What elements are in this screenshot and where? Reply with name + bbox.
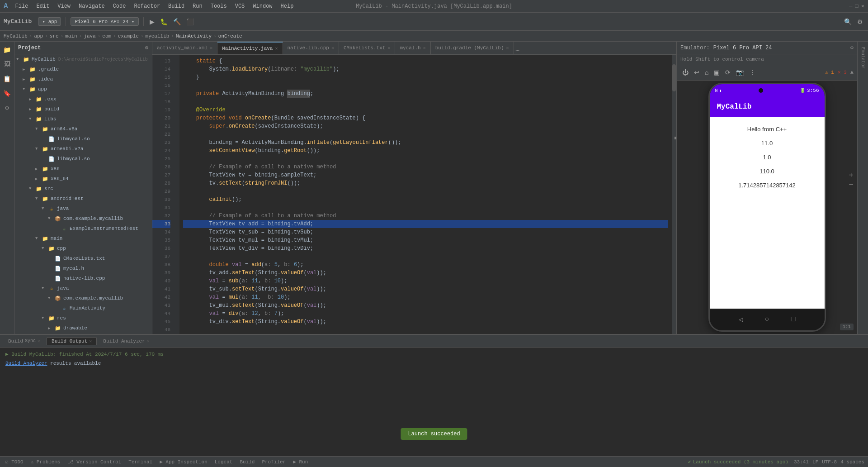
code-content[interactable]: static { System.loadLibrary(libname: "my… [179,55,672,334]
tab-build-gradle-close[interactable]: ✕ [506,45,509,51]
tree-cmakelists[interactable]: 📄 CMakeLists.txt [14,253,152,263]
build-output-tab-close[interactable]: ✕ [89,338,92,344]
build-analyzer-tab-close[interactable]: ✕ [147,338,150,344]
tab-activity-xml[interactable]: activity_main.xml ✕ [152,42,217,54]
build-analyzer-tab[interactable]: Build Analyzer ✕ [99,338,154,345]
tab-build-gradle[interactable]: build.gradle (MyCalLib) ✕ [431,42,514,54]
tree-main-folder[interactable]: ▼ 📁 main [14,234,152,243]
phone-overview-nav-icon[interactable]: □ [789,315,798,324]
version-control-tab-btn[interactable]: ⎇ Version Control [66,458,123,465]
tree-src[interactable]: ▼ 📁 src [14,184,152,194]
resource-manager-icon[interactable]: 🖼 [1,58,14,71]
app-inspection-tab-btn[interactable]: ▶ App Inspection [158,458,209,465]
editor-vscroll-thumb[interactable] [672,64,676,91]
breadcrumb-src[interactable]: src [50,33,59,39]
tree-x86_64[interactable]: ▶ 📁 x86_64 [14,174,152,184]
menu-code[interactable]: Code [111,2,128,10]
tree-res[interactable]: ▼ 📁 res [14,313,152,323]
logcat-tab-btn[interactable]: Logcat [213,459,235,465]
window-controls[interactable]: ─ □ ✕ [849,3,864,10]
tree-native-lib-cpp[interactable]: 📄 native-lib.cpp [14,273,152,283]
tree-cxx[interactable]: ▶ 📁 .cxx [14,94,152,104]
tree-libmycal-arm64[interactable]: 📄 libmycal.so [14,134,152,144]
emulator-power-btn[interactable]: ⏻ [680,68,690,77]
zoom-in-button[interactable]: + [849,171,854,180]
menu-window[interactable]: Window [251,2,274,10]
breadcrumb-mycallib[interactable]: MyCalLib [4,33,28,39]
menu-view[interactable]: View [56,2,72,10]
build-tab-status-btn[interactable]: Build [238,459,256,465]
more-tabs-icon[interactable]: ⋯ [516,47,519,54]
menu-navigate[interactable]: Navigate [77,2,107,10]
project-view-icon[interactable]: 📁 [1,43,14,56]
profiler-tab-btn[interactable]: Profiler [260,459,288,465]
tree-app[interactable]: ▼ 📁 app [14,84,152,94]
menu-run[interactable]: Run [191,2,204,10]
close-button[interactable]: ✕ [861,3,864,10]
tree-build-folder[interactable]: ▶ 📁 build [14,104,152,114]
tab-mainactivity-java-close[interactable]: ✕ [275,46,278,51]
problems-tab-btn[interactable]: ⚠ Problems [29,458,62,465]
tree-x86[interactable]: ▶ 📁 x86 [14,164,152,174]
search-icon-button[interactable]: 🔍 [843,17,853,27]
run-tab-btn[interactable]: ▶ Run [291,458,310,465]
tree-java-at[interactable]: ▼ ☕ java [14,204,152,214]
build-variants-icon[interactable]: ⚙ [1,101,14,114]
emulator-overview-btn[interactable]: ▣ [712,68,722,77]
build-analyzer-link[interactable]: Build Analyzer [5,361,47,366]
breadcrumb-app[interactable]: app [34,33,43,39]
tab-cmakelists[interactable]: CMakeLists.txt ✕ [339,42,395,54]
bookmarks-icon[interactable]: 🔖 [1,87,14,100]
zoom-out-button[interactable]: − [849,180,854,189]
menu-build[interactable]: Build [166,2,186,10]
stop-button[interactable]: ⬛ [185,17,195,27]
run-config-selector[interactable]: ▾ app [38,17,61,26]
menu-bar[interactable]: File Edit View Navigate Code Refactor Bu… [14,2,296,10]
tree-com-at[interactable]: ▼ 📦 com.example.mycallib [14,214,152,224]
run-button[interactable]: ▶ [148,17,156,27]
breadcrumb-mycallib2[interactable]: mycallib [146,33,170,39]
tree-androidtest[interactable]: ▼ 📁 androidTest [14,194,152,204]
phone-home-nav-icon[interactable]: ○ [763,315,772,324]
emulator-settings-icon[interactable]: ⚙ [850,44,854,51]
tab-mycal-h-close[interactable]: ✕ [423,45,426,51]
menu-tools[interactable]: Tools [209,2,229,10]
maximize-button[interactable]: □ [855,3,859,10]
tree-java-main[interactable]: ▼ ☕ java [14,283,152,293]
tree-idea[interactable]: ▶ 📁 .idea [14,74,152,84]
tab-native-lib-cpp-close[interactable]: ✕ [331,45,334,51]
emulator-home-btn[interactable]: ⌂ [703,68,710,77]
build-button[interactable]: 🔨 [172,17,182,27]
tree-mainactivity-file[interactable]: ☕ MainActivity [14,303,152,313]
tree-armeabi[interactable]: ▼ 📁 armeabi-v7a [14,144,152,154]
emulator-back-btn[interactable]: ↩ [692,68,701,77]
breadcrumb-example[interactable]: example [118,33,139,39]
todo-tab-btn[interactable]: ☑ TODO [4,458,25,465]
tree-libmycal-armeabi[interactable]: 📄 libmycal.so [14,154,152,164]
build-sync-btn[interactable]: Sync [25,338,36,343]
tab-cmakelists-close[interactable]: ✕ [387,45,390,51]
menu-edit[interactable]: Edit [34,2,51,10]
tab-native-lib-cpp[interactable]: native-lib.cpp ✕ [283,42,339,54]
build-tab-main[interactable]: Build Sync ✕ [4,338,45,345]
tree-drawable[interactable]: ▶ 📁 drawable [14,323,152,333]
menu-refactor[interactable]: Refactor [132,2,162,10]
breadcrumb-oncreate[interactable]: onCreate [218,33,242,39]
code-editor[interactable]: 13 14 15 16 17 18 19 20 21 22 23 24 25 2… [152,55,676,334]
tree-libs[interactable]: ▼ 📁 libs [14,114,152,124]
emulator-screenshot-btn[interactable]: 📷 [734,68,745,77]
tree-gradle[interactable]: ▶ 📁 .gradle [14,64,152,74]
breadcrumb-com[interactable]: com [102,33,111,39]
build-output-tab[interactable]: Build Output ✕ [47,337,97,345]
breadcrumb-main[interactable]: main [65,33,77,39]
device-selector[interactable]: Pixel 6 Pro API 24 ▾ [71,17,138,26]
breadcrumb-mainactivity[interactable]: MainActivity [176,33,212,39]
minimize-button[interactable]: ─ [849,3,852,10]
breadcrumb-java[interactable]: java [84,33,95,39]
menu-vcs[interactable]: VCS [233,2,247,10]
structure-icon[interactable]: 📋 [1,72,14,85]
tab-mainactivity-java[interactable]: MainActivity.java ✕ [217,42,283,54]
phone-back-nav-icon[interactable]: ◁ [736,315,745,324]
menu-file[interactable]: File [14,2,30,10]
tab-activity-xml-close[interactable]: ✕ [210,45,212,51]
